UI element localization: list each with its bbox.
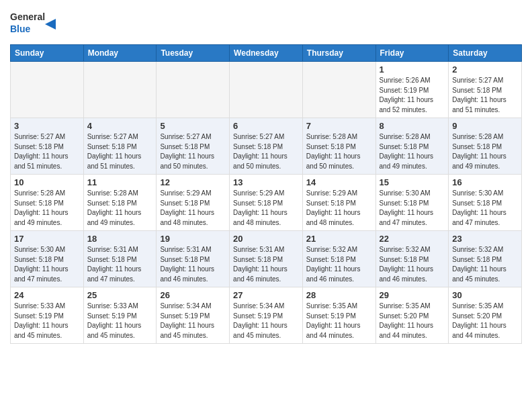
svg-text:General: General [10,11,45,22]
day-number: 15 [380,177,445,187]
weekday-wednesday: Wednesday [230,45,303,62]
day-number: 22 [380,234,445,244]
weekday-monday: Monday [83,45,157,62]
day-number: 30 [452,290,518,300]
calendar-cell: 21Sunrise: 5:32 AMSunset: 5:18 PMDayligh… [302,231,375,287]
day-info: Sunrise: 5:28 AMSunset: 5:18 PMDaylight:… [380,132,445,171]
weekday-tuesday: Tuesday [157,45,230,62]
page: General Blue SundayMondayTuesdayWednesda… [0,0,532,354]
calendar-cell: 11Sunrise: 5:28 AMSunset: 5:18 PMDayligh… [83,175,157,231]
day-number: 18 [87,234,153,244]
calendar-cell: 16Sunrise: 5:30 AMSunset: 5:18 PMDayligh… [449,175,522,231]
day-info: Sunrise: 5:32 AMSunset: 5:18 PMDaylight:… [306,245,372,284]
calendar-cell: 30Sunrise: 5:35 AMSunset: 5:20 PMDayligh… [449,287,522,344]
calendar-cell: 1Sunrise: 5:26 AMSunset: 5:19 PMDaylight… [375,62,449,118]
day-number: 13 [233,177,299,187]
calendar-cell: 27Sunrise: 5:34 AMSunset: 5:19 PMDayligh… [230,287,303,344]
day-number: 23 [452,234,518,244]
day-info: Sunrise: 5:32 AMSunset: 5:18 PMDaylight:… [380,245,445,284]
day-info: Sunrise: 5:28 AMSunset: 5:18 PMDaylight:… [14,189,80,228]
day-number: 6 [233,121,299,131]
week-row-1: 1Sunrise: 5:26 AMSunset: 5:19 PMDaylight… [11,62,522,118]
calendar-cell: 14Sunrise: 5:29 AMSunset: 5:18 PMDayligh… [302,175,375,231]
weekday-sunday: Sunday [11,45,84,62]
calendar-cell: 23Sunrise: 5:32 AMSunset: 5:18 PMDayligh… [449,231,522,287]
calendar-cell: 24Sunrise: 5:33 AMSunset: 5:19 PMDayligh… [11,287,84,344]
calendar-cell: 2Sunrise: 5:27 AMSunset: 5:18 PMDaylight… [449,62,522,118]
calendar-cell: 19Sunrise: 5:31 AMSunset: 5:18 PMDayligh… [157,231,230,287]
day-info: Sunrise: 5:30 AMSunset: 5:18 PMDaylight:… [452,189,518,228]
calendar-cell: 28Sunrise: 5:35 AMSunset: 5:19 PMDayligh… [302,287,375,344]
weekday-friday: Friday [375,45,449,62]
day-info: Sunrise: 5:26 AMSunset: 5:19 PMDaylight:… [380,76,445,115]
day-info: Sunrise: 5:31 AMSunset: 5:18 PMDaylight:… [160,245,226,284]
calendar-cell [11,62,84,118]
week-row-4: 17Sunrise: 5:30 AMSunset: 5:18 PMDayligh… [11,231,522,287]
day-number: 26 [160,290,226,300]
week-row-2: 3Sunrise: 5:27 AMSunset: 5:18 PMDaylight… [11,118,522,175]
calendar-cell: 15Sunrise: 5:30 AMSunset: 5:18 PMDayligh… [375,175,449,231]
day-info: Sunrise: 5:30 AMSunset: 5:18 PMDaylight:… [14,245,80,284]
calendar-cell: 22Sunrise: 5:32 AMSunset: 5:18 PMDayligh… [375,231,449,287]
day-number: 3 [14,121,80,131]
calendar-cell: 9Sunrise: 5:28 AMSunset: 5:18 PMDaylight… [449,118,522,175]
day-info: Sunrise: 5:31 AMSunset: 5:18 PMDaylight:… [233,245,299,284]
day-number: 5 [160,121,226,131]
day-number: 9 [452,121,518,131]
weekday-header-row: SundayMondayTuesdayWednesdayThursdayFrid… [11,45,522,62]
day-info: Sunrise: 5:27 AMSunset: 5:18 PMDaylight:… [452,76,518,115]
header: General Blue [10,7,522,39]
day-number: 10 [14,177,80,187]
calendar-cell [230,62,303,118]
calendar-cell: 8Sunrise: 5:28 AMSunset: 5:18 PMDaylight… [375,118,449,175]
calendar: SundayMondayTuesdayWednesdayThursdayFrid… [10,44,522,344]
calendar-cell: 12Sunrise: 5:29 AMSunset: 5:18 PMDayligh… [157,175,230,231]
day-info: Sunrise: 5:35 AMSunset: 5:20 PMDaylight:… [452,302,518,340]
day-number: 28 [306,290,372,300]
day-number: 17 [14,234,80,244]
day-info: Sunrise: 5:27 AMSunset: 5:18 PMDaylight:… [87,132,153,171]
day-info: Sunrise: 5:34 AMSunset: 5:19 PMDaylight:… [233,302,299,340]
day-number: 2 [452,64,518,75]
day-number: 8 [380,121,445,131]
calendar-cell: 10Sunrise: 5:28 AMSunset: 5:18 PMDayligh… [11,175,84,231]
day-number: 24 [14,290,80,300]
day-info: Sunrise: 5:34 AMSunset: 5:19 PMDaylight:… [160,302,226,340]
calendar-cell [83,62,157,118]
day-number: 25 [87,290,153,300]
day-info: Sunrise: 5:35 AMSunset: 5:19 PMDaylight:… [306,302,372,340]
day-info: Sunrise: 5:27 AMSunset: 5:18 PMDaylight:… [233,132,299,171]
day-info: Sunrise: 5:27 AMSunset: 5:18 PMDaylight:… [14,132,80,171]
calendar-cell [157,62,230,118]
calendar-cell: 26Sunrise: 5:34 AMSunset: 5:19 PMDayligh… [157,287,230,344]
day-number: 14 [306,177,372,187]
day-number: 12 [160,177,226,187]
week-row-3: 10Sunrise: 5:28 AMSunset: 5:18 PMDayligh… [11,175,522,231]
day-number: 27 [233,290,299,300]
calendar-cell: 18Sunrise: 5:31 AMSunset: 5:18 PMDayligh… [83,231,157,287]
calendar-cell: 6Sunrise: 5:27 AMSunset: 5:18 PMDaylight… [230,118,303,175]
svg-marker-1 [45,19,56,30]
day-number: 20 [233,234,299,244]
day-info: Sunrise: 5:28 AMSunset: 5:18 PMDaylight:… [452,132,518,171]
weekday-saturday: Saturday [449,45,522,62]
logo-svg: General Blue [10,7,57,39]
calendar-cell: 5Sunrise: 5:27 AMSunset: 5:18 PMDaylight… [157,118,230,175]
calendar-cell: 29Sunrise: 5:35 AMSunset: 5:20 PMDayligh… [375,287,449,344]
calendar-cell: 20Sunrise: 5:31 AMSunset: 5:18 PMDayligh… [230,231,303,287]
day-number: 7 [306,121,372,131]
calendar-cell: 7Sunrise: 5:28 AMSunset: 5:18 PMDaylight… [302,118,375,175]
day-info: Sunrise: 5:29 AMSunset: 5:18 PMDaylight:… [233,189,299,228]
day-number: 1 [380,64,445,75]
day-number: 11 [87,177,153,187]
day-number: 19 [160,234,226,244]
day-info: Sunrise: 5:32 AMSunset: 5:18 PMDaylight:… [452,245,518,284]
day-number: 4 [87,121,153,131]
day-info: Sunrise: 5:31 AMSunset: 5:18 PMDaylight:… [87,245,153,284]
logo: General Blue [10,7,57,39]
day-info: Sunrise: 5:27 AMSunset: 5:18 PMDaylight:… [160,132,226,171]
calendar-cell: 3Sunrise: 5:27 AMSunset: 5:18 PMDaylight… [11,118,84,175]
day-info: Sunrise: 5:29 AMSunset: 5:18 PMDaylight:… [306,189,372,228]
day-number: 16 [452,177,518,187]
day-info: Sunrise: 5:28 AMSunset: 5:18 PMDaylight:… [306,132,372,171]
